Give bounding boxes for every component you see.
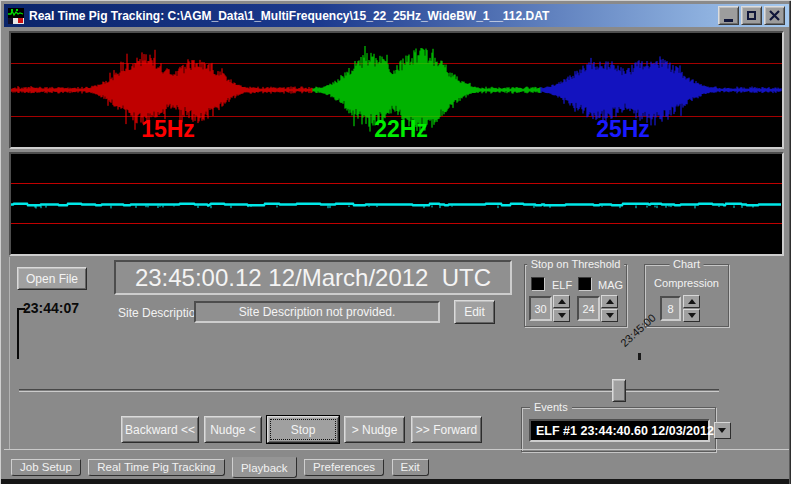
chart-compression-up-button[interactable]: [683, 295, 700, 308]
maximize-icon: [747, 11, 756, 20]
up-arrow-icon: [558, 299, 566, 304]
scope-bottom-svg: [11, 154, 782, 254]
svg-text:25Hz: 25Hz: [596, 116, 650, 142]
tab-job-setup[interactable]: Job Setup: [11, 459, 81, 476]
mag-threshold-value[interactable]: 24: [577, 296, 600, 321]
up-arrow-icon: [688, 299, 696, 304]
mag-threshold-up-button[interactable]: [601, 295, 618, 308]
nudge-forward-button[interactable]: > Nudge: [344, 416, 405, 443]
chart-compression-subtitle: Compression: [644, 277, 729, 289]
up-arrow-icon: [606, 299, 614, 304]
site-description-field: Site Description not provided.: [194, 301, 440, 323]
window-start-marker-line: [17, 308, 19, 359]
chevron-down-icon: [718, 428, 726, 433]
panel-left-edge: [9, 257, 10, 449]
stop-on-threshold-title: Stop on Threshold: [527, 258, 625, 270]
tab-preferences[interactable]: Preferences: [304, 459, 384, 476]
down-arrow-icon: [688, 313, 696, 318]
down-arrow-icon: [606, 313, 614, 318]
close-button[interactable]: [764, 6, 785, 25]
tab-bar: Job Setup Real Time Pig Tracking Playbac…: [11, 459, 432, 483]
edit-button[interactable]: Edit: [454, 300, 495, 324]
open-file-button[interactable]: Open File: [17, 267, 87, 290]
window-controls: [716, 6, 785, 25]
waveform-display-bottom: [9, 152, 784, 256]
events-title: Events: [530, 401, 572, 413]
minimize-button[interactable]: [718, 6, 739, 25]
chart-compression-value[interactable]: 8: [660, 296, 681, 321]
chart-compression-title: Chart: [669, 258, 704, 270]
backward-button[interactable]: Backward <<: [121, 416, 199, 443]
timestamp-display: 23:45:00.12 12/March/2012 UTC: [114, 260, 512, 295]
tab-playback[interactable]: Playback: [232, 457, 297, 478]
app-icon: [8, 8, 24, 24]
scope-top-svg: 15Hz22Hz25Hz: [11, 33, 782, 147]
window-title: Real Time Pig Tracking: C:\AGM_Data\1_Mu…: [29, 9, 716, 23]
cursor-time-tick: [638, 353, 641, 360]
site-description-label: Site Description: [118, 306, 202, 320]
chart-compression-down-button[interactable]: [683, 309, 700, 322]
tab-real-time-pig-tracking[interactable]: Real Time Pig Tracking: [88, 459, 224, 476]
elf-threshold-down-button[interactable]: [553, 309, 570, 322]
waveform-display-top: 15Hz22Hz25Hz: [9, 31, 784, 149]
stop-button[interactable]: Stop: [267, 416, 339, 443]
seek-slider-thumb[interactable]: [612, 379, 626, 402]
minimize-icon: [724, 19, 733, 22]
down-arrow-icon: [558, 313, 566, 318]
maximize-button[interactable]: [741, 6, 762, 25]
elf-threshold-value[interactable]: 30: [529, 296, 552, 321]
tab-exit[interactable]: Exit: [392, 459, 429, 476]
elf-threshold-up-button[interactable]: [553, 295, 570, 308]
window-start-time-label: 23:44:07: [23, 300, 79, 316]
nudge-back-button[interactable]: Nudge <: [204, 416, 262, 443]
events-dropdown-button[interactable]: [714, 422, 731, 439]
svg-text:22Hz: 22Hz: [374, 116, 428, 142]
mag-checkbox[interactable]: [578, 277, 592, 291]
close-icon: [769, 10, 780, 21]
elf-checkbox-label: ELF: [552, 279, 572, 291]
tab-strip-divider: [4, 449, 789, 450]
app-window: Real Time Pig Tracking: C:\AGM_Data\1_Mu…: [0, 0, 791, 484]
mag-checkbox-label: MAG: [598, 279, 623, 291]
events-selected-value: ELF #1 23:44:40.60 12/03/2012: [531, 424, 714, 438]
events-dropdown[interactable]: ELF #1 23:44:40.60 12/03/2012: [529, 419, 710, 442]
mag-threshold-down-button[interactable]: [601, 309, 618, 322]
elf-checkbox[interactable]: [531, 277, 545, 291]
titlebar: Real Time Pig Tracking: C:\AGM_Data\1_Mu…: [4, 4, 789, 27]
forward-button[interactable]: >> Forward: [411, 416, 482, 443]
svg-text:15Hz: 15Hz: [141, 116, 195, 142]
